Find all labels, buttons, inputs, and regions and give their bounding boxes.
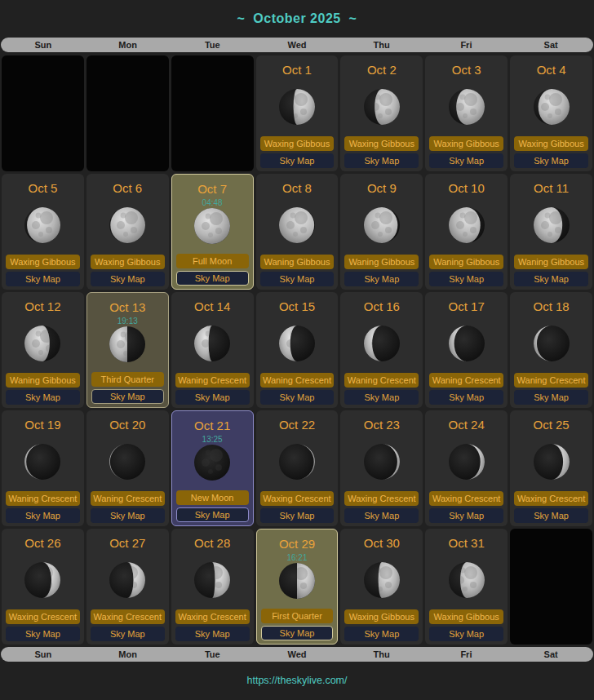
phase-label: Waning Gibbous: [344, 255, 419, 269]
date-label: Oct 12: [2, 299, 84, 315]
empty-cell: [86, 55, 169, 171]
moon-phase-image: [109, 444, 145, 480]
event-time: [86, 433, 169, 444]
date-label: Oct 14: [171, 299, 254, 315]
day-cell: Oct 4 Waxing Gibbous Sky Map: [510, 55, 592, 171]
event-time: [171, 315, 254, 326]
phase-label: Waxing Crescent: [260, 491, 335, 506]
sky-map-button[interactable]: Sky Map: [514, 508, 588, 523]
sky-map-button[interactable]: Sky Map: [514, 390, 588, 405]
sky-map-button[interactable]: Sky Map: [260, 508, 335, 523]
date-label: Oct 10: [425, 180, 508, 197]
day-cell: Oct 16 Waning Crescent Sky Map: [340, 292, 423, 408]
weekday-label: Mon: [86, 649, 171, 659]
moon-phase-image: [534, 89, 570, 125]
weekday-label: Wed: [255, 40, 339, 50]
sky-map-button[interactable]: Sky Map: [429, 272, 503, 286]
event-time: [340, 433, 423, 444]
sky-map-button[interactable]: Sky Map: [6, 272, 80, 286]
sky-map-button[interactable]: Sky Map: [260, 272, 335, 286]
sky-map-button[interactable]: Sky Map: [260, 153, 335, 168]
moon-phase-image: [279, 207, 315, 243]
moon-phase-image: [24, 444, 60, 480]
event-time: [340, 197, 423, 207]
event-time: [510, 78, 592, 89]
day-cell: Oct 22 Waxing Crescent Sky Map: [256, 410, 339, 526]
sky-map-button[interactable]: Sky Map: [6, 627, 80, 641]
event-time: [2, 552, 84, 562]
moon-phase-image: [449, 89, 485, 125]
sky-map-button[interactable]: Sky Map: [91, 627, 165, 641]
weekday-label: Fri: [424, 649, 509, 659]
date-label: Oct 18: [510, 299, 592, 315]
event-time: [2, 433, 84, 444]
phase-label: Waxing Gibbous: [6, 255, 80, 269]
sky-map-button[interactable]: Sky Map: [176, 271, 249, 286]
event-time: [510, 315, 592, 326]
date-label: Oct 26: [2, 535, 84, 552]
sky-map-button[interactable]: Sky Map: [6, 508, 80, 523]
event-time: [340, 315, 423, 326]
day-cell: Oct 13 19:13 Third Quarter Sky Map: [86, 292, 169, 408]
sky-map-button[interactable]: Sky Map: [91, 389, 164, 404]
sky-map-button[interactable]: Sky Map: [344, 390, 419, 405]
day-cell: Oct 8 Waning Gibbous Sky Map: [256, 174, 339, 290]
sky-map-button[interactable]: Sky Map: [175, 627, 250, 641]
sky-map-button[interactable]: Sky Map: [344, 627, 419, 641]
date-label: Oct 16: [340, 299, 423, 315]
moon-phase-image: [449, 326, 485, 361]
sky-map-button[interactable]: Sky Map: [344, 508, 419, 523]
phase-label: Waning Crescent: [175, 373, 250, 388]
phase-label: Waning Crescent: [91, 491, 165, 506]
day-cell: Oct 10 Waning Gibbous Sky Map: [425, 174, 508, 290]
moon-phase-image: [109, 207, 145, 243]
event-time: [256, 315, 339, 326]
phase-label: Waxing Gibbous: [429, 136, 503, 151]
sky-map-button[interactable]: Sky Map: [261, 626, 334, 640]
event-time: [425, 78, 508, 89]
moon-phase-image: [449, 207, 485, 243]
event-time: [425, 197, 508, 207]
moon-phase-image: [279, 89, 315, 125]
phase-label: Full Moon: [176, 254, 249, 268]
date-label: Oct 4: [510, 62, 592, 78]
phase-label: Waning Gibbous: [429, 255, 503, 269]
moon-phase-image: [24, 326, 60, 361]
date-label: Oct 29: [257, 536, 338, 552]
phase-label: Waxing Gibbous: [514, 136, 588, 151]
weekday-header-bottom: SunMonTueWedThuFriSat: [1, 647, 593, 662]
sky-map-button[interactable]: Sky Map: [429, 390, 503, 405]
sky-map-button[interactable]: Sky Map: [91, 272, 165, 286]
phase-label: Waning Crescent: [429, 373, 503, 388]
day-cell: Oct 31 Waxing Gibbous Sky Map: [425, 529, 508, 645]
sky-map-button[interactable]: Sky Map: [175, 390, 250, 405]
sky-map-button[interactable]: Sky Map: [6, 390, 80, 405]
site-link[interactable]: https://theskylive.com/: [247, 675, 348, 686]
day-cell: Oct 18 Waning Crescent Sky Map: [510, 292, 592, 408]
sky-map-button[interactable]: Sky Map: [91, 508, 165, 523]
sky-map-button[interactable]: Sky Map: [344, 272, 419, 286]
moon-phase-image: [279, 444, 315, 480]
phase-label: Waning Gibbous: [6, 373, 80, 388]
sky-map-button[interactable]: Sky Map: [429, 153, 503, 168]
sky-map-button[interactable]: Sky Map: [344, 153, 419, 168]
event-time: [256, 197, 339, 207]
event-time: [425, 433, 508, 444]
sky-map-button[interactable]: Sky Map: [260, 390, 335, 405]
date-label: Oct 19: [2, 417, 84, 433]
sky-map-button[interactable]: Sky Map: [176, 507, 249, 522]
date-label: Oct 6: [86, 180, 169, 197]
day-cell: Oct 19 Waning Crescent Sky Map: [2, 410, 84, 526]
sky-map-button[interactable]: Sky Map: [514, 153, 588, 168]
moon-phase-image: [364, 444, 400, 480]
event-time: [425, 552, 508, 562]
phase-label: Waxing Gibbous: [91, 255, 165, 269]
moon-phase-image: [534, 326, 570, 361]
sky-map-button[interactable]: Sky Map: [514, 272, 588, 286]
sky-map-button[interactable]: Sky Map: [429, 627, 503, 641]
phase-label: First Quarter: [261, 609, 334, 623]
moon-phase-image: [194, 208, 230, 244]
date-label: Oct 25: [510, 417, 592, 433]
date-label: Oct 17: [425, 299, 508, 315]
sky-map-button[interactable]: Sky Map: [429, 508, 503, 523]
